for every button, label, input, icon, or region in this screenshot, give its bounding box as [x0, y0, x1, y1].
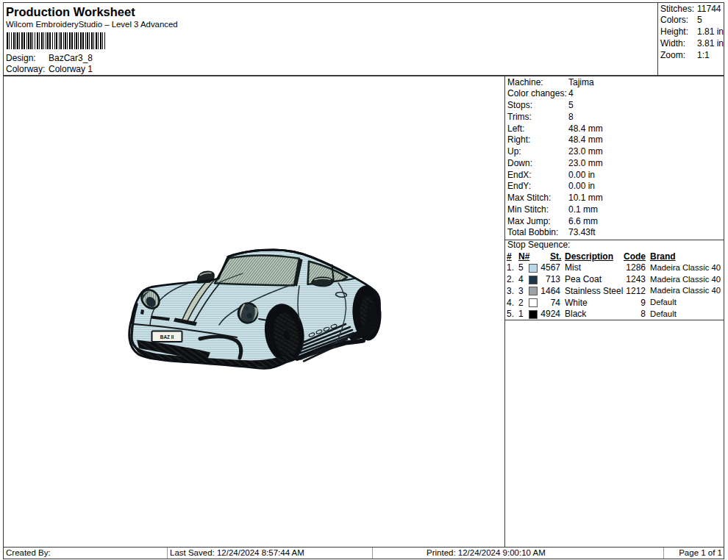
svg-text:BAZ II: BAZ II [160, 334, 174, 340]
